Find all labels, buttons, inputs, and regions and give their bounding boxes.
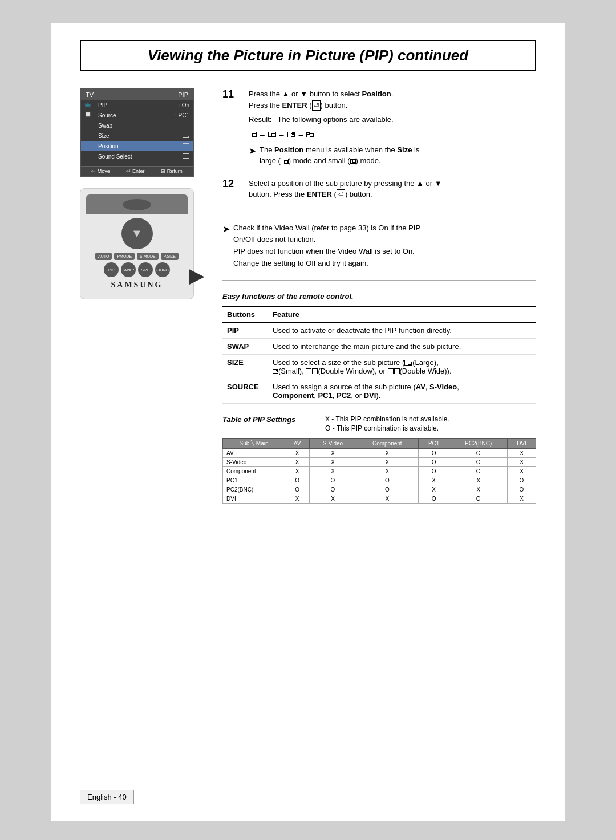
pip-pos-icon-2 xyxy=(268,132,276,137)
col-pc2bnc: PC2(BNC) xyxy=(449,438,508,448)
swap-row-icon xyxy=(84,121,95,129)
pmode-btn[interactable]: PMODE xyxy=(114,253,135,260)
step-11-note: ➤ The Position menu is available when th… xyxy=(249,144,536,167)
step-11: 11 Press the ▲ or ▼ button to select Pos… xyxy=(222,88,536,167)
col-sub-main: Sub ╲ Main xyxy=(223,438,285,448)
component-av: X xyxy=(285,466,310,476)
remote-row-2: PIP SWAP SIZE SOURCE xyxy=(86,262,188,277)
av-pc1: O xyxy=(418,448,449,457)
note-text: The Position menu is available when the … xyxy=(260,144,419,167)
size-row-value xyxy=(183,133,189,139)
pip-label: PIP xyxy=(178,91,188,98)
col-av: AV xyxy=(285,438,310,448)
col-buttons: Buttons xyxy=(222,307,268,322)
component-pc1: O xyxy=(418,466,449,476)
tv-label: TV xyxy=(86,91,94,98)
samsung-logo: SAMSUNG xyxy=(86,281,188,290)
pip-row-dvi: DVI X X X O O X xyxy=(223,494,536,503)
content-area: TV PIP 📺 PIP : On 🔲 Source : PC1 Swap xyxy=(80,88,536,504)
col-feature: Feature xyxy=(268,307,536,322)
tv-menu-size-row: Size xyxy=(81,131,193,141)
component-svideo: X xyxy=(310,466,356,476)
av-component: X xyxy=(356,448,418,457)
dvi-svideo: X xyxy=(310,494,356,503)
title-text: Viewing the Picture in Picture (PIP) con… xyxy=(148,47,468,64)
pc2bnc-pc2bnc: X xyxy=(449,485,508,494)
pc2bnc-dvi: O xyxy=(507,485,536,494)
svideo-pc1: O xyxy=(418,457,449,466)
col-svideo: S-Video xyxy=(310,438,356,448)
pc1-pc2bnc: X xyxy=(449,476,508,485)
size-row-label: Size xyxy=(98,133,179,139)
pc2bnc-component: O xyxy=(356,485,418,494)
feature-row-size: SIZE Used to select a size of the sub pi… xyxy=(222,354,536,379)
step-11-content: Press the ▲ or ▼ button to select Positi… xyxy=(249,88,536,167)
note-arrow: ➤ xyxy=(249,144,256,158)
source-feature-text: Used to assign a source of the sub pictu… xyxy=(268,379,536,403)
tv-menu-source-row: 🔲 Source : PC1 xyxy=(81,110,193,120)
pc1-dvi: O xyxy=(507,476,536,485)
sound-row-icon xyxy=(84,152,95,160)
size-btn[interactable]: SIZE xyxy=(138,262,153,277)
pip-settings-title: Table of PIP Settings xyxy=(222,415,308,433)
right-column: 11 Press the ▲ or ▼ button to select Pos… xyxy=(222,88,536,504)
step-12-number: 12 xyxy=(222,178,240,200)
remote-circle-top xyxy=(123,199,151,210)
auto-btn[interactable]: AUTO xyxy=(95,253,112,260)
tv-menu-swap-row: Swap xyxy=(81,120,193,131)
position-row-value xyxy=(183,143,189,149)
size-feature-text: Used to select a size of the sub picture… xyxy=(268,354,536,379)
psize-btn[interactable]: P.SIZE xyxy=(161,253,179,260)
easy-functions-title: Easy functions of the remote control. xyxy=(222,292,536,301)
component-pc2bnc: O xyxy=(449,466,508,476)
pip-pos-icon-1 xyxy=(249,132,257,137)
pip-row-av: AV X X X O O X xyxy=(223,448,536,457)
step-12-text: Select a position of the sub picture by … xyxy=(249,178,536,200)
remote-control: ▼ AUTO PMODE S.MODE P.SIZE PIP SWAP SIZE… xyxy=(80,188,194,299)
tv-menu-sound-row: Sound Select xyxy=(81,151,193,161)
swap-button-label: SWAP xyxy=(222,338,268,354)
swap-row-label: Swap xyxy=(98,123,186,129)
pip-row-pc1: PC1 O O O X X O xyxy=(223,476,536,485)
pip-settings-notes: X - This PIP combination is not availabl… xyxy=(325,415,449,433)
step-11-number: 11 xyxy=(222,88,240,167)
pip-row-label: PIP xyxy=(98,102,175,108)
av-dvi: X xyxy=(507,448,536,457)
source-row-label: Source xyxy=(98,112,172,119)
pip-data-table: Sub ╲ Main AV S-Video Component PC1 PC2(… xyxy=(222,438,536,504)
page-title: Viewing the Picture in Picture (PIP) con… xyxy=(80,40,536,71)
remote-dpad-area: ▼ xyxy=(86,218,188,249)
pip-table-header: Sub ╲ Main AV S-Video Component PC1 PC2(… xyxy=(223,438,536,448)
row-label-pc1: PC1 xyxy=(223,476,285,485)
row-label-component: Component xyxy=(223,466,285,476)
easy-functions-section: Easy functions of the remote control. Bu… xyxy=(222,292,536,404)
result-text: The following options are available. xyxy=(277,114,393,125)
remote-top xyxy=(86,194,188,214)
dpad: ▼ xyxy=(121,218,153,249)
feature-table-header: Buttons Feature xyxy=(222,307,536,322)
size-row-icon xyxy=(84,132,95,140)
row-label-pc2bnc: PC2(BNC) xyxy=(223,485,285,494)
position-row-label: Position xyxy=(98,143,179,149)
component-component: X xyxy=(356,466,418,476)
swap-btn[interactable]: SWAP xyxy=(121,262,136,277)
source-btn[interactable]: SOURCE xyxy=(155,262,170,277)
step-12-content: Select a position of the sub picture by … xyxy=(249,178,536,200)
col-component: Component xyxy=(356,438,418,448)
av-pc2bnc: O xyxy=(449,448,508,457)
dvi-dvi: X xyxy=(507,494,536,503)
svideo-pc2bnc: O xyxy=(449,457,508,466)
step-11-text: Press the ▲ or ▼ button to select Positi… xyxy=(249,88,536,111)
col-pc1: PC1 xyxy=(418,438,449,448)
position-row-icon xyxy=(84,142,95,150)
pip-row-svideo: S-Video X X X O O X xyxy=(223,457,536,466)
pip-row-icon: 📺 xyxy=(84,101,95,109)
pip-btn[interactable]: PIP xyxy=(104,262,119,277)
tv-menu-pip-row: 📺 PIP : On xyxy=(81,100,193,110)
footer-return: ⊞ Return xyxy=(161,168,183,174)
smode-btn[interactable]: S.MODE xyxy=(137,253,159,260)
dvi-component: X xyxy=(356,494,418,503)
tv-menu-screenshot: TV PIP 📺 PIP : On 🔲 Source : PC1 Swap xyxy=(80,88,194,177)
footer-text: English - 40 xyxy=(87,793,127,801)
row-label-av: AV xyxy=(223,448,285,457)
